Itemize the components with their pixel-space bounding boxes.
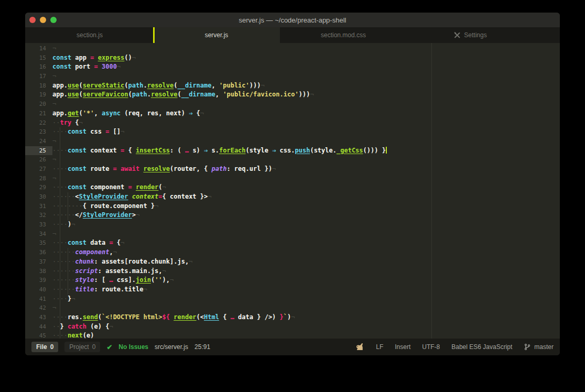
code-text[interactable]: ····const route = await resolve(router, … [52,165,276,174]
project-issues-button[interactable]: Project 0 [64,342,100,352]
line-number[interactable]: 45 [25,331,52,339]
tab-section-js[interactable]: section.js [26,27,153,43]
line-number[interactable]: 22 [25,118,52,128]
code-text[interactable]: app.use(serveFavicon(path.resolve(__dirn… [52,90,314,100]
line-number[interactable]: 32 [25,211,52,220]
code-text[interactable]: ······</StyleProvider>¬ [52,211,139,220]
encoding-indicator[interactable]: UTF-8 [422,343,440,351]
file-path[interactable]: src/server.js [155,343,188,351]
code-text[interactable]: ······<StyleProvider context={ context }… [52,192,212,202]
code-text[interactable]: ··} catch (e) {¬ [52,322,113,332]
status-right: LF Insert UTF-8 Babel ES6 JavaScript mas… [356,343,554,351]
code-text[interactable]: const port = 3000¬ [52,62,121,72]
line-number[interactable]: 31 [25,202,52,211]
line-number[interactable]: 29 [25,183,52,192]
code-text[interactable]: ······chunk: assets[route.chunk].js,¬ [52,257,192,267]
line-number[interactable]: 17 [25,72,52,81]
titlebar: server.js — ~/code/preact-app-shell [25,13,560,27]
maximize-button[interactable] [50,17,57,23]
code-text[interactable]: app.get('*', async (req, res, next) ⇒ {¬ [52,109,204,118]
code-text[interactable]: ······style: [ … css].join(''),¬ [52,276,174,285]
line-number[interactable]: 18 [25,81,52,91]
minimize-button[interactable] [40,17,46,23]
code-text[interactable]: ····const component = render(¬ [52,183,166,192]
code-text[interactable]: ¬ [52,100,56,109]
code-text[interactable]: ····next(e) [52,331,94,339]
code-text[interactable]: ¬ [52,137,56,146]
code-text[interactable]: ¬ [52,44,56,53]
code-line: 20¬ [25,100,560,109]
line-number[interactable]: 27 [25,165,52,174]
line-number[interactable]: 23 [25,127,52,137]
tab-bar: section.js server.js section.mod.css Set… [25,27,560,43]
code-line: 36······component,¬ [25,248,560,257]
cursor-position[interactable]: 25:91 [194,343,210,351]
line-number[interactable]: 43 [25,313,52,322]
line-number[interactable]: 19 [25,90,52,100]
code-text[interactable]: ¬ [52,230,56,239]
window-title: server.js — ~/code/preact-app-shell [25,16,560,24]
code-text[interactable]: ········{ route.component }¬ [52,202,158,211]
tab-settings[interactable]: Settings [407,27,534,43]
line-number[interactable]: 40 [25,285,52,295]
code-text[interactable]: ····)¬ [52,220,75,230]
line-number[interactable]: 44 [25,322,52,332]
code-text[interactable]: ······component,¬ [52,248,117,257]
code-line: 19app.use(serveFavicon(path.resolve(__di… [25,90,560,100]
line-number[interactable]: 24 [25,137,52,146]
line-number[interactable]: 26 [25,155,52,165]
code-editor[interactable]: 14¬15const app = express()¬16const port … [25,43,560,339]
code-text[interactable]: ¬ [52,303,56,313]
git-branch-button[interactable]: master [524,343,554,351]
code-text[interactable]: const app = express()¬ [52,53,136,63]
line-number[interactable]: 20 [25,100,52,109]
line-number[interactable]: 21 [25,109,52,118]
code-text[interactable]: ······script: assets.main.js,¬ [52,267,166,276]
code-line: 15const app = express()¬ [25,53,560,63]
code-text[interactable]: ··try {¬ [52,118,83,128]
line-number[interactable]: 34 [25,230,52,239]
line-number[interactable]: 16 [25,62,52,72]
line-number[interactable]: 33 [25,220,52,230]
line-number[interactable]: 35 [25,238,52,248]
line-number[interactable]: 14 [25,44,52,53]
code-text[interactable]: ····res.send(`<!DOCTYPE html>${ render(<… [52,313,295,322]
pigeon-icon[interactable] [356,343,364,351]
file-issues-button[interactable]: File 0 [31,342,58,352]
line-number[interactable]: 38 [25,267,52,276]
code-text[interactable]: ····const data = {¬ [52,238,124,248]
close-button[interactable] [29,17,36,23]
code-line: 45····next(e) [25,331,560,339]
line-number[interactable]: 15 [25,53,52,63]
line-ending-indicator[interactable]: LF [376,343,383,351]
code-text[interactable]: ¬ [52,174,56,183]
line-number[interactable]: 28 [25,174,52,183]
code-text[interactable]: ····const context = { insertCss: ( … s) … [52,146,387,156]
code-line: 24¬ [25,137,560,146]
code-text[interactable]: ····const css = []¬ [52,127,124,137]
code-text[interactable]: app.use(serveStatic(path.resolve(__dirna… [52,81,265,91]
code-line: 26¬ [25,155,560,165]
mode-indicator[interactable]: Insert [395,343,410,351]
line-number[interactable]: 36 [25,248,52,257]
line-number[interactable]: 42 [25,303,52,313]
grammar-indicator[interactable]: Babel ES6 JavaScript [451,343,512,351]
code-text[interactable]: ¬ [52,155,56,165]
line-number[interactable]: 25 [25,146,52,156]
code-text[interactable]: ······title: route.title¬ [52,285,147,295]
traffic-lights [29,13,57,27]
code-lines: 14¬15const app = express()¬16const port … [25,44,560,339]
code-line: 31········{ route.component }¬ [25,202,560,211]
tab-server-js[interactable]: server.js [153,27,280,43]
code-line: 38······script: assets.main.js,¬ [25,267,560,276]
line-number[interactable]: 30 [25,192,52,202]
code-text[interactable]: ¬ [52,72,56,81]
code-text[interactable]: ····}¬ [52,295,75,304]
line-number[interactable]: 41 [25,295,52,304]
tab-section-mod-css[interactable]: section.mod.css [280,27,407,43]
line-number[interactable]: 39 [25,276,52,285]
code-line: 28¬ [25,174,560,183]
line-number[interactable]: 37 [25,257,52,267]
code-line: 34¬ [25,230,560,239]
code-line: 29····const component = render(¬ [25,183,560,192]
